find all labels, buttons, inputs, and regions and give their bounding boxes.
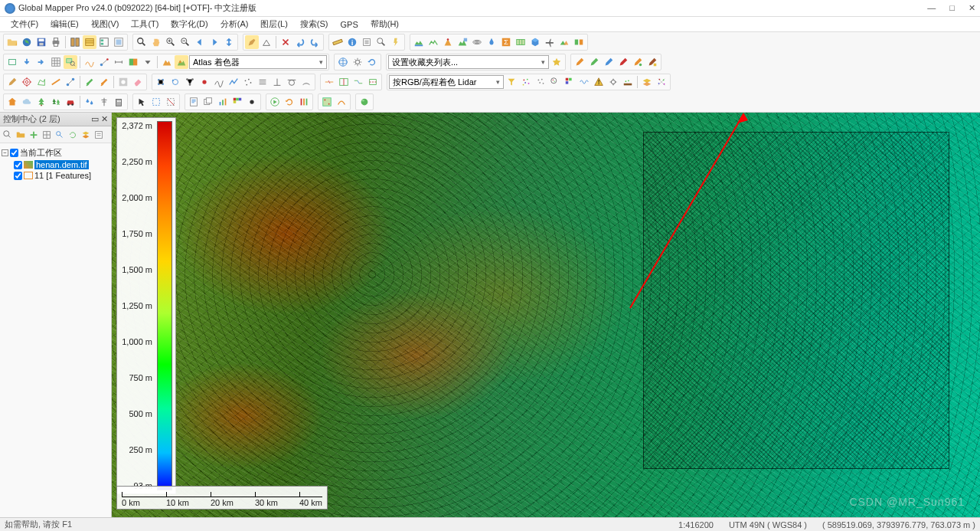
configure-icon[interactable] <box>68 35 82 49</box>
home-icon[interactable] <box>5 95 19 109</box>
color-swatch-icon[interactable] <box>230 95 244 109</box>
batch-icon[interactable] <box>201 95 215 109</box>
lidar-points2-icon[interactable] <box>534 75 547 89</box>
draw-pen2-icon[interactable] <box>587 55 601 69</box>
menu-tools[interactable]: 工具(T) <box>126 17 163 31</box>
eraser-icon[interactable] <box>131 75 145 89</box>
digitize-icon[interactable] <box>245 35 259 49</box>
draw-pen4-icon[interactable] <box>616 55 630 69</box>
break-line-icon[interactable] <box>322 75 336 89</box>
cogo-icon[interactable] <box>260 35 273 49</box>
building-icon[interactable] <box>112 95 126 109</box>
control-center-icon[interactable] <box>97 35 111 49</box>
car-icon[interactable] <box>64 95 77 109</box>
watershed-icon[interactable] <box>485 35 498 49</box>
zoom-prev-icon[interactable] <box>193 35 207 49</box>
lidar-wave-icon[interactable] <box>577 75 591 89</box>
save-icon[interactable] <box>34 35 48 49</box>
play-icon[interactable] <box>268 95 282 109</box>
sb-folder-icon[interactable] <box>15 129 27 141</box>
sb-props-icon[interactable] <box>93 129 105 141</box>
redo-icon[interactable] <box>308 35 322 49</box>
layer-options-icon[interactable] <box>83 35 96 49</box>
bars-v-icon[interactable] <box>297 95 311 109</box>
pathfind-icon[interactable] <box>335 95 348 109</box>
brush-green-icon[interactable] <box>83 75 96 89</box>
select-features-icon[interactable] <box>135 95 149 109</box>
tree-root-checkbox[interactable] <box>10 149 18 157</box>
star-icon[interactable] <box>550 55 564 69</box>
zoom-in-icon[interactable] <box>164 35 178 49</box>
refresh-icon[interactable] <box>365 55 379 69</box>
draw-pen3-icon[interactable] <box>602 55 616 69</box>
menu-analysis[interactable]: 分析(A) <box>216 17 253 31</box>
polygon-cut-icon[interactable] <box>366 75 380 89</box>
script-icon[interactable] <box>187 95 201 109</box>
triangle-warn-icon[interactable]: ! <box>592 75 606 89</box>
edit-vertex-icon[interactable] <box>64 75 77 89</box>
sketch-line-icon[interactable] <box>212 75 226 89</box>
lidar-classify-icon[interactable] <box>563 75 577 89</box>
select-delete-icon[interactable] <box>279 35 292 49</box>
layer-stack-icon[interactable] <box>640 75 654 89</box>
full-extents-icon[interactable] <box>222 35 236 49</box>
tree-item-1[interactable]: 11 [1 Features] <box>2 170 109 181</box>
sb-refresh-icon[interactable] <box>67 129 79 141</box>
sidebar-dock-controls[interactable]: ▭ ✕ <box>91 114 108 124</box>
zoom-tool-icon[interactable] <box>135 35 149 49</box>
point-icon[interactable] <box>198 75 211 89</box>
polyline-icon[interactable] <box>227 75 240 89</box>
draw-pen1-icon[interactable] <box>573 55 586 69</box>
favorites-combo[interactable]: 设置收藏夹列表... <box>388 55 549 69</box>
close-button[interactable]: ✕ <box>969 3 975 13</box>
menu-search[interactable]: 搜索(S) <box>296 17 333 31</box>
map-layout-icon[interactable] <box>112 35 126 49</box>
menu-file[interactable]: 文件(F) <box>6 17 43 31</box>
menu-digitize[interactable]: 数字化(D) <box>166 17 212 31</box>
los-icon[interactable] <box>97 55 111 69</box>
zoom-next-icon[interactable] <box>207 35 221 49</box>
fly-icon[interactable] <box>543 35 557 49</box>
distance-icon[interactable] <box>112 55 126 69</box>
perpendicular-icon[interactable] <box>270 75 284 89</box>
tree-root[interactable]: − 当前工作区 <box>2 146 109 159</box>
flashlight-icon[interactable] <box>389 35 403 49</box>
parallel-icon[interactable] <box>256 75 270 89</box>
gear2-icon[interactable] <box>606 75 620 89</box>
menu-gps[interactable]: GPS <box>336 18 363 31</box>
draw-fill-icon[interactable] <box>631 55 645 69</box>
georef-icon[interactable] <box>320 95 334 109</box>
terrain-water-icon[interactable] <box>412 35 426 49</box>
swipe-icon[interactable] <box>126 55 140 69</box>
arc-icon[interactable] <box>299 75 313 89</box>
select-all-icon[interactable] <box>149 95 163 109</box>
contour-3d-icon[interactable] <box>456 35 469 49</box>
map-catalog-icon[interactable] <box>514 35 528 49</box>
print-icon[interactable] <box>49 35 63 49</box>
brush-orange-icon[interactable] <box>97 75 111 89</box>
profile-icon[interactable] <box>426 35 440 49</box>
open-file-icon[interactable] <box>5 35 19 49</box>
lidar-combo[interactable]: 按RGB/高程着色 Lidar <box>389 75 504 89</box>
raster-calc-icon[interactable]: Σ <box>499 35 513 49</box>
deselect-icon[interactable] <box>164 95 178 109</box>
water-drops-icon[interactable] <box>83 95 96 109</box>
menu-layers[interactable]: 图层(L) <box>256 17 292 31</box>
gear-icon[interactable] <box>351 55 364 69</box>
tree-icon[interactable] <box>34 95 48 109</box>
sb-layers-icon[interactable] <box>80 129 92 141</box>
menu-view[interactable]: 视图(V) <box>87 17 124 31</box>
3d-view-icon[interactable] <box>528 35 542 49</box>
arrow-down-icon[interactable] <box>20 55 34 69</box>
edit-line-icon[interactable] <box>49 75 63 89</box>
sb-zoom-icon[interactable] <box>2 129 14 141</box>
dot-icon[interactable] <box>245 95 259 109</box>
minimize-button[interactable]: — <box>927 3 936 13</box>
online-sources-icon[interactable] <box>336 55 350 69</box>
grid-setup-icon[interactable] <box>49 55 63 69</box>
globe-icon[interactable] <box>20 35 34 49</box>
sphere-icon[interactable] <box>358 95 371 109</box>
search-icon[interactable] <box>374 35 388 49</box>
multipoint-icon[interactable] <box>241 75 255 89</box>
rotate-icon[interactable] <box>168 75 182 89</box>
